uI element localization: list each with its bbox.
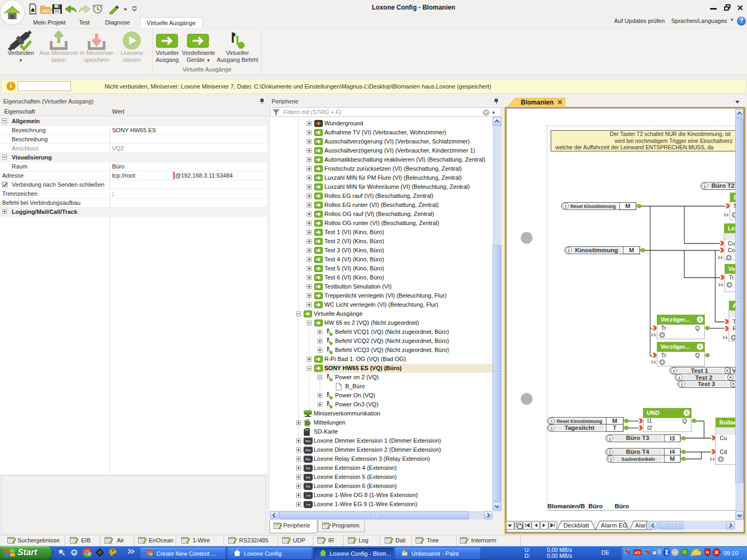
- svg-text:Dim: Dim: [306, 439, 311, 443]
- svg-text:Test 1: Test 1: [691, 367, 709, 374]
- svg-text:Co: Co: [728, 247, 735, 253]
- svg-text:i: i: [700, 344, 701, 349]
- svg-text:Alar: Alar: [635, 522, 646, 529]
- svg-text:Reset Kinostimmung: Reset Kinostimmung: [557, 419, 602, 424]
- svg-text:Rollad: Rollad: [719, 419, 737, 426]
- svg-text:Der Taster T2 schaltet NUR die: Der Taster T2 schaltet NUR die Kinostimm…: [610, 131, 730, 137]
- svg-text:Büro T3: Büro T3: [626, 435, 649, 441]
- svg-text:Cd: Cd: [720, 449, 727, 455]
- svg-text:M: M: [670, 455, 675, 462]
- svg-text:i: i: [686, 410, 688, 415]
- svg-text:Dim: Dim: [306, 449, 311, 452]
- svg-text:Alarm EG: Alarm EG: [601, 522, 627, 529]
- svg-text:T: T: [613, 425, 616, 431]
- svg-text:M: M: [625, 203, 631, 209]
- svg-text:Tr: Tr: [661, 325, 666, 331]
- svg-text:Ext: Ext: [306, 467, 310, 470]
- svg-text:i: i: [700, 317, 701, 322]
- svg-text:Cu: Cu: [728, 240, 735, 246]
- svg-text:Saalverdunkeln: Saalverdunkeln: [622, 457, 655, 462]
- svg-text:M: M: [629, 247, 634, 253]
- svg-text:I1: I1: [647, 418, 652, 424]
- svg-text:Reset Kinostimmung: Reset Kinostimmung: [570, 204, 616, 209]
- svg-text:ReL: ReL: [306, 458, 312, 461]
- svg-text:Kinostimmung: Kinostimmung: [575, 247, 618, 253]
- svg-text:Cu: Cu: [720, 435, 727, 441]
- svg-text:I3: I3: [670, 435, 675, 442]
- svg-text:Test 3: Test 3: [698, 381, 715, 387]
- svg-text:Ext: Ext: [306, 476, 310, 479]
- svg-text:Tr: Tr: [661, 352, 666, 358]
- svg-text:Blomanien/B_Büro: Blomanien/B_Büro: [547, 503, 603, 509]
- svg-text:Tageslicht: Tageslicht: [565, 425, 594, 431]
- svg-text:ATI: ATI: [634, 551, 640, 555]
- svg-text:1-w: 1-w: [306, 494, 311, 497]
- svg-text:Blomanien: Blomanien: [521, 99, 553, 106]
- svg-text:1-w: 1-w: [306, 503, 311, 506]
- svg-text:Q: Q: [695, 352, 700, 358]
- svg-text:I4: I4: [670, 449, 675, 455]
- svg-text:Büro: Büro: [615, 503, 629, 509]
- svg-text:UND: UND: [647, 410, 659, 416]
- svg-text:Test 2: Test 2: [695, 374, 712, 381]
- svg-text:Büro T2: Büro T2: [711, 182, 734, 189]
- svg-text:Deckblatt: Deckblatt: [563, 522, 590, 529]
- svg-text:Büro T4: Büro T4: [626, 449, 649, 455]
- svg-text:Ext: Ext: [306, 485, 310, 488]
- svg-text:M: M: [612, 418, 617, 424]
- svg-text:Verzöger...: Verzöger...: [661, 343, 690, 350]
- svg-text:Ve: Ve: [728, 266, 735, 272]
- svg-text:G: G: [706, 550, 709, 555]
- svg-text:Tr: Tr: [729, 274, 734, 281]
- svg-text:Q: Q: [682, 418, 687, 424]
- svg-text:wird bei nochmaligem Trigger e: wird bei nochmaligem Trigger eine Einsch…: [614, 138, 733, 144]
- svg-text:I2: I2: [647, 425, 652, 431]
- svg-text:welche der Auffahrzeit der Lei: welche der Auffahrzeit der Leinwand ENTS…: [555, 145, 714, 150]
- svg-text:Q: Q: [695, 325, 700, 331]
- svg-text:LOG: LOG: [305, 422, 311, 425]
- svg-text:Verzöger...: Verzöger...: [661, 316, 690, 323]
